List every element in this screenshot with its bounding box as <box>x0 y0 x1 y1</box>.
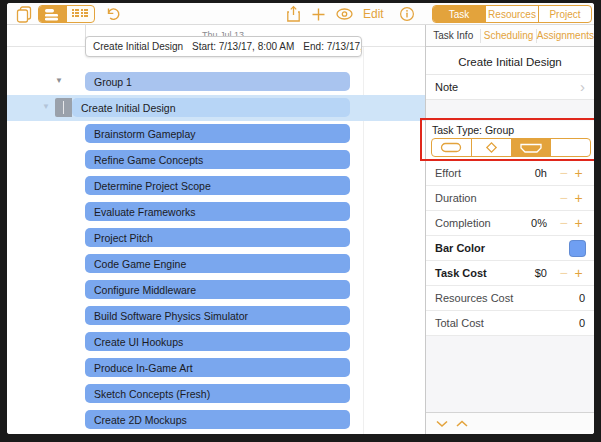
chevron-down-icon[interactable] <box>435 419 449 428</box>
task-bar-label: Build Software Physics Simulator <box>94 310 248 322</box>
bar-drag-handle[interactable] <box>55 98 72 117</box>
task-rows: ▼ Group 1 ▼ Create Initial Design Brains… <box>7 69 425 433</box>
info-icon[interactable] <box>399 3 415 25</box>
task-bar[interactable]: Code Game Engine <box>85 254 350 273</box>
tab-task-info[interactable]: Task Info <box>426 29 480 43</box>
task-row: Evaluate Frameworks <box>7 199 425 225</box>
task-bar-label: Determine Project Scope <box>94 180 211 192</box>
task-bar[interactable]: Configure Middleware <box>85 280 350 299</box>
plus-icon[interactable] <box>311 3 326 25</box>
task-row: Determine Project Scope <box>7 173 425 199</box>
task-row: Create UI Hookups <box>7 329 425 355</box>
chevron-up-icon[interactable] <box>455 419 469 428</box>
decrement-button[interactable]: − <box>556 265 571 281</box>
share-icon[interactable] <box>286 3 301 25</box>
tab-scheduling[interactable]: Scheduling <box>480 29 535 43</box>
task-type-label: Task Type: Group <box>432 124 514 136</box>
app-window: Edit Task Resources Project Thu Jul 13 C… <box>7 3 594 434</box>
task-bar[interactable]: Project Pitch <box>85 228 350 247</box>
total-cost-value: 0 <box>579 317 585 329</box>
task-title: Create Initial Design <box>426 47 594 75</box>
task-type-group-icon[interactable] <box>511 139 551 156</box>
task-row: Create 2D Mockups <box>7 407 425 433</box>
task-bar-label: Create UI Hookups <box>94 336 183 348</box>
device-frame: Edit Task Resources Project Thu Jul 13 C… <box>0 0 601 442</box>
task-dates-callout: Create Initial Design Start: 7/13/17, 8:… <box>85 36 362 57</box>
disclosure-triangle-icon[interactable]: ▼ <box>55 76 63 85</box>
documents-icon[interactable] <box>15 3 34 25</box>
gantt-panel: Thu Jul 13 Create Initial Design Start: … <box>7 25 425 434</box>
field-row-resources-cost: Resources Cost 0 <box>426 286 594 311</box>
field-row-task-cost: Task Cost $0 − + <box>426 261 594 286</box>
bar-color-swatch[interactable] <box>569 240 586 257</box>
task-bar[interactable]: Group 1 <box>85 72 350 91</box>
decrement-button[interactable]: − <box>556 215 571 231</box>
edit-button[interactable]: Edit <box>363 3 384 25</box>
decrement-button[interactable]: − <box>556 190 571 206</box>
eye-icon[interactable] <box>335 3 354 25</box>
callout-end: End: 7/13/17, 8:00 AM <box>303 41 362 52</box>
task-bar[interactable]: Build Software Physics Simulator <box>85 306 350 325</box>
inspector-empty-area <box>426 336 594 412</box>
toolbar: Edit Task Resources Project <box>7 3 594 25</box>
increment-button[interactable]: + <box>571 265 586 281</box>
task-bar[interactable]: Produce In-Game Art <box>85 358 350 377</box>
task-bar[interactable]: Create UI Hookups <box>85 332 350 351</box>
task-type-milestone-icon[interactable] <box>471 139 511 156</box>
tab-assignments[interactable]: Assignments <box>536 29 594 43</box>
effort-value: 0h <box>535 167 547 179</box>
increment-button[interactable]: + <box>571 190 586 206</box>
task-bar[interactable]: Evaluate Frameworks <box>85 202 350 221</box>
increment-button[interactable]: + <box>571 215 586 231</box>
decrement-button[interactable]: − <box>556 165 571 181</box>
section-gap <box>426 100 594 121</box>
task-cost-value: $0 <box>535 267 547 279</box>
task-row-selected[interactable]: ▼ Create Initial Design <box>7 95 425 121</box>
tab-project[interactable]: Project <box>538 6 591 22</box>
field-row-duration: Duration − + <box>426 186 594 211</box>
task-type-hammock-option[interactable] <box>550 139 590 156</box>
field-row-completion: Completion 0% − + <box>426 211 594 236</box>
chevron-right-icon: › <box>580 81 585 93</box>
task-bar[interactable]: Sketch Concepts (Fresh) <box>85 384 350 403</box>
task-row: Produce In-Game Art <box>7 355 425 381</box>
task-bar[interactable]: Brainstorm Gameplay <box>85 124 350 143</box>
task-type-task-icon[interactable] <box>432 139 471 156</box>
task-bar-label: Code Game Engine <box>94 258 186 270</box>
completion-value: 0% <box>531 217 547 229</box>
task-bar-label: Create 2D Mockups <box>94 414 187 426</box>
task-bar[interactable]: Create Initial Design <box>72 98 350 117</box>
task-type-segmented-control <box>431 138 591 157</box>
increment-button[interactable]: + <box>571 165 586 181</box>
outline-view-icon[interactable] <box>67 6 95 22</box>
task-bar[interactable]: Determine Project Scope <box>85 176 350 195</box>
task-bar-label: Sketch Concepts (Fresh) <box>94 388 210 400</box>
task-row: Brainstorm Gameplay <box>7 121 425 147</box>
tab-task[interactable]: Task <box>433 6 485 22</box>
note-label: Note <box>435 81 458 93</box>
tab-resources[interactable]: Resources <box>485 6 538 22</box>
task-bar-label: Configure Middleware <box>94 284 196 296</box>
task-row: Refine Game Concepts <box>7 147 425 173</box>
task-row: Project Pitch <box>7 225 425 251</box>
task-row: Sketch Concepts (Fresh) <box>7 381 425 407</box>
callout-title: Create Initial Design <box>93 41 183 52</box>
resources-cost-value: 0 <box>579 292 585 304</box>
task-view-icon[interactable] <box>39 6 67 22</box>
inspector-mode-tabs: Task Resources Project <box>432 5 592 23</box>
task-bar[interactable]: Refine Game Concepts <box>85 150 350 169</box>
undo-icon[interactable] <box>104 3 121 25</box>
inspector-fields: Effort 0h − + Duration − + Completion 0%… <box>426 161 594 336</box>
disclosure-triangle-icon[interactable]: ▼ <box>42 102 50 111</box>
task-row: ▼ Group 1 <box>7 69 425 95</box>
task-row: Build Software Physics Simulator <box>7 303 425 329</box>
task-bar-label: Evaluate Frameworks <box>94 206 196 218</box>
task-bar-label: Produce In-Game Art <box>94 362 193 374</box>
task-bar-label: Refine Game Concepts <box>94 154 203 166</box>
field-row-total-cost: Total Cost 0 <box>426 311 594 336</box>
note-row[interactable]: Note › <box>426 75 594 100</box>
task-row: Code Game Engine <box>7 251 425 277</box>
task-bar-label: Brainstorm Gameplay <box>94 128 196 140</box>
task-bar[interactable]: Create 2D Mockups <box>85 410 350 429</box>
inspector-footer <box>426 412 594 434</box>
